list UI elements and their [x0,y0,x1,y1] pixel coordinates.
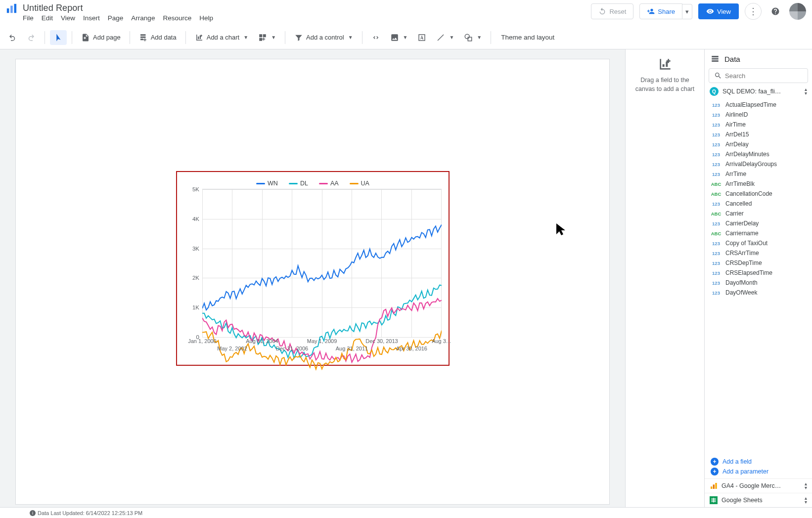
field-row[interactable]: ABCCarriername [705,228,812,238]
field-row[interactable]: 123ActualElapsedTime [705,100,812,110]
document-title[interactable]: Untitled Report [23,3,213,13]
text-button[interactable] [413,30,430,45]
field-row[interactable]: 123CRSDepTime [705,258,812,268]
share-caret-button[interactable]: ▾ [682,4,692,19]
reset-button[interactable]: Reset [591,3,633,19]
menu-insert[interactable]: Insert [83,14,100,22]
more-options-button[interactable]: ⋮ [745,3,762,20]
field-row[interactable]: 123ArrDel15 [705,130,812,139]
field-row[interactable]: 123ArrDelay [705,139,812,149]
toolbar-separator [130,31,130,44]
field-row[interactable]: 123ArrDelayMinutes [705,149,812,159]
community-viz-button[interactable]: ▼ [254,30,280,45]
share-button[interactable]: Share [639,3,682,19]
svg-point-3 [465,34,470,39]
field-name: DayOfWeek [725,289,757,296]
redo-button[interactable] [23,30,40,45]
legend-swatch [256,183,265,184]
data-source-sql[interactable]: Q SQL DEMO: faa_fli… ▴▾ [705,83,812,100]
add-page-button[interactable]: Add page [77,30,125,45]
shape-button[interactable]: ▼ [460,30,486,45]
legend-item[interactable]: WN [256,180,278,187]
x-tick-label: Aug 3… [432,338,451,344]
legend-item[interactable]: UA [350,180,369,187]
field-search[interactable] [709,68,808,83]
data-source-sheets[interactable]: Google Sheets ▴▾ [705,493,812,507]
field-row[interactable]: 123Copy of TaxiOut [705,238,812,248]
line-chart[interactable]: WNDLAAUA 5K4K3K2K1K0 Jan 1, 2000Aug 31, … [176,171,450,366]
menu-edit[interactable]: Edit [42,14,53,22]
legend-swatch [289,183,298,184]
sort-icon[interactable]: ▴▾ [805,87,807,95]
add-chart-button[interactable]: Add a chart ▼ [191,30,252,45]
menu-view[interactable]: View [61,14,75,22]
menu-arrange[interactable]: Arrange [131,14,155,22]
x-tick-label: May 1, 2009 [307,338,337,344]
chevron-down-icon: ▼ [243,35,248,40]
ga4-icon [710,482,718,490]
add-control-button[interactable]: Add a control ▼ [290,30,357,45]
add-field-label: Add a field [722,458,752,465]
chart-drop-helper[interactable]: Drag a field to the canvas to add a char… [625,49,704,507]
field-row[interactable]: 123ArrivalDelayGroups [705,159,812,169]
add-links: + Add a field + Add a parameter [705,455,812,478]
help-button[interactable] [767,3,783,19]
field-row[interactable]: 123CRSElapsedTime [705,268,812,278]
field-search-input[interactable] [725,72,803,80]
sort-icon[interactable]: ▴▾ [805,482,807,490]
data-source-ga4[interactable]: GA4 - Google Merc… ▴▾ [705,478,812,493]
add-chart-drop-icon [657,56,673,72]
undo-button[interactable] [4,30,21,45]
kebab-icon: ⋮ [749,6,758,17]
theme-layout-button[interactable]: Theme and layout [497,31,558,44]
add-data-button[interactable]: Add data [135,30,180,45]
menu-resource[interactable]: Resource [163,14,191,22]
menu-file[interactable]: File [23,14,34,22]
legend-item[interactable]: DL [289,180,308,187]
menu-page[interactable]: Page [108,14,124,22]
legend-item[interactable]: AA [319,180,339,187]
add-field-link[interactable]: + Add a field [711,457,806,467]
add-parameter-link[interactable]: + Add a parameter [711,467,806,476]
field-row[interactable]: 123AirTime [705,120,812,130]
field-row[interactable]: 123DayOfWeek [705,288,812,298]
plus-icon: + [711,458,719,466]
field-row[interactable]: 123AirlineID [705,110,812,120]
view-button[interactable]: View [698,3,739,19]
svg-rect-9 [713,484,715,489]
user-avatar[interactable] [789,3,806,20]
field-row[interactable]: 123Cancelled [705,199,812,209]
field-row[interactable]: 123CarrierDelay [705,218,812,228]
sort-icon[interactable]: ▴▾ [805,496,807,504]
add-page-label: Add page [93,34,121,41]
legend-swatch [319,183,328,184]
data-panel: Data Q SQL DEMO: faa_fli… ▴▾ 123ActualEl… [704,49,812,507]
canvas-panel[interactable]: WNDLAAUA 5K4K3K2K1K0 Jan 1, 2000Aug 31, … [0,49,625,507]
cursor-icon [54,33,63,42]
filter-icon [294,33,303,42]
field-row[interactable]: ABCCancellationCode [705,189,812,199]
field-name: ArrDel15 [725,131,749,138]
field-list[interactable]: 123ActualElapsedTime123AirlineID123AirTi… [705,100,812,455]
chart-lines [202,189,442,428]
toolbar-separator [185,31,186,44]
field-row[interactable]: ABCCarrier [705,209,812,218]
field-row[interactable]: ABCArrTimeBlk [705,179,812,189]
field-row[interactable]: 123DayofMonth [705,278,812,288]
line-button[interactable]: ▼ [432,30,458,45]
field-row[interactable]: 123ArrTime [705,169,812,179]
report-page[interactable]: WNDLAAUA 5K4K3K2K1K0 Jan 1, 2000Aug 31, … [16,59,609,504]
field-row[interactable]: 123CRSArrTime [705,248,812,258]
field-name: CRSDepTime [725,259,762,266]
type-number-icon: 123 [711,260,722,266]
add-parameter-label: Add a parameter [722,468,768,475]
y-tick-label: 2K [192,275,202,281]
embed-button[interactable] [367,30,384,45]
toolbar-separator [285,31,285,44]
image-button[interactable]: ▼ [386,30,412,45]
chart-legend: WNDLAAUA [180,180,446,187]
field-name: CRSArrTime [725,250,759,257]
menu-help[interactable]: Help [199,14,213,22]
add-data-label: Add data [151,34,177,41]
selector-tool[interactable] [50,30,67,45]
